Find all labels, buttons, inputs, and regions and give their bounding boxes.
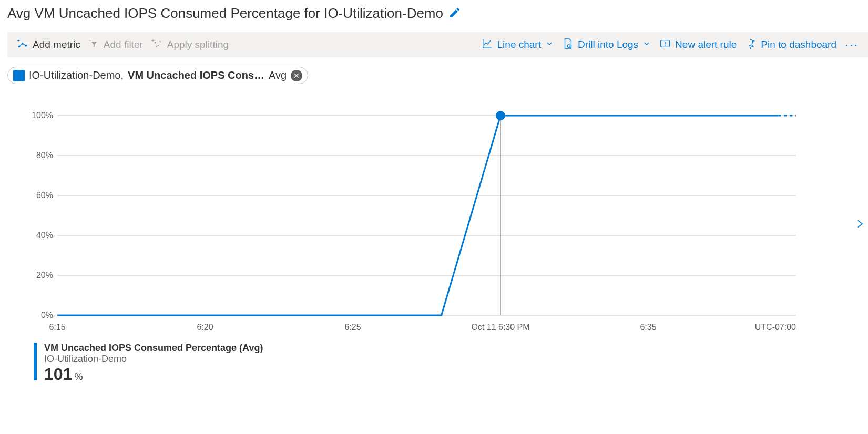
svg-text:UTC-07:00: UTC-07:00	[755, 323, 796, 332]
svg-point-6	[155, 42, 156, 43]
edit-title-icon[interactable]	[448, 6, 461, 21]
legend-value: 101	[44, 365, 72, 384]
svg-text:6:20: 6:20	[197, 323, 213, 332]
more-icon: ···	[845, 37, 859, 52]
pin-icon	[745, 38, 757, 52]
chart-type-label: Line chart	[497, 39, 541, 50]
chart-type-dropdown[interactable]: Line chart	[477, 35, 558, 55]
alert-icon	[659, 38, 671, 52]
drill-logs-dropdown[interactable]: Drill into Logs	[558, 35, 655, 55]
svg-point-8	[159, 40, 161, 42]
pin-dashboard-label: Pin to dashboard	[761, 39, 836, 50]
filter-icon: +	[89, 38, 99, 51]
drill-logs-label: Drill into Logs	[578, 39, 638, 50]
svg-text:6:25: 6:25	[344, 323, 361, 332]
svg-text:0%: 0%	[41, 311, 53, 319]
legend-unit: %	[74, 371, 83, 383]
svg-text:60%: 60%	[36, 191, 53, 200]
legend-series-name: VM Uncached IOPS Consumed Percentage (Av…	[44, 343, 263, 354]
page-title: Avg VM Uncached IOPS Consumed Percentage…	[7, 5, 443, 22]
legend-series-scope: IO-Utilization-Demo	[44, 354, 263, 365]
svg-text:80%: 80%	[36, 151, 53, 160]
logs-icon	[562, 38, 574, 52]
svg-text:40%: 40%	[36, 231, 53, 240]
apply-splitting-button[interactable]: + Apply splitting	[147, 35, 233, 55]
chevron-down-icon	[642, 39, 651, 50]
toolbar: + Add metric + Add filter + Apply splitt…	[7, 32, 868, 57]
svg-text:6:35: 6:35	[640, 323, 656, 332]
metric-chip[interactable]: IO-Utilization-Demo, VM Uncached IOPS Co…	[7, 67, 308, 84]
svg-text:+: +	[17, 38, 20, 44]
svg-text:+: +	[151, 38, 155, 44]
svg-text:20%: 20%	[36, 271, 53, 280]
line-chart-icon	[482, 38, 493, 52]
apply-splitting-label: Apply splitting	[167, 39, 229, 50]
add-metric-button[interactable]: + Add metric	[13, 35, 85, 55]
svg-point-12	[665, 44, 666, 45]
chart-series	[57, 116, 778, 315]
chevron-down-icon	[545, 39, 554, 50]
legend-color-swatch	[34, 343, 37, 380]
svg-text:Oct 11 6:30 PM: Oct 11 6:30 PM	[471, 323, 529, 332]
vm-icon	[13, 70, 25, 81]
new-alert-button[interactable]: New alert rule	[655, 35, 741, 55]
title-bar: Avg VM Uncached IOPS Consumed Percentage…	[7, 5, 868, 22]
svg-text:100%: 100%	[32, 111, 53, 120]
chart-container: 0%20%40%60%80%100% 6:156:206:25Oct 11 6:…	[7, 110, 868, 336]
chip-scope: IO-Utilization-Demo,	[29, 69, 124, 81]
splitting-icon: +	[151, 38, 163, 52]
chart-legend[interactable]: VM Uncached IOPS Consumed Percentage (Av…	[7, 343, 868, 384]
add-filter-button[interactable]: + Add filter	[85, 35, 147, 55]
remove-chip-button[interactable]: ✕	[291, 70, 302, 81]
add-filter-label: Add filter	[104, 39, 143, 50]
new-alert-label: New alert rule	[675, 39, 737, 50]
more-actions-button[interactable]: ···	[841, 34, 863, 55]
chip-agg: Avg	[269, 69, 287, 81]
add-metric-label: Add metric	[33, 39, 80, 50]
svg-text:6:15: 6:15	[49, 323, 65, 332]
svg-point-9	[156, 46, 157, 47]
svg-point-7	[157, 45, 159, 46]
add-metric-icon: +	[17, 38, 28, 52]
chart-marker	[496, 111, 505, 120]
pin-dashboard-button[interactable]: Pin to dashboard	[741, 35, 841, 55]
line-chart[interactable]: 0%20%40%60%80%100% 6:156:206:25Oct 11 6:…	[7, 110, 812, 336]
svg-text:+: +	[89, 38, 91, 44]
chart-next-button[interactable]	[854, 215, 865, 236]
chip-metric: VM Uncached IOPS Cons…	[128, 69, 264, 81]
